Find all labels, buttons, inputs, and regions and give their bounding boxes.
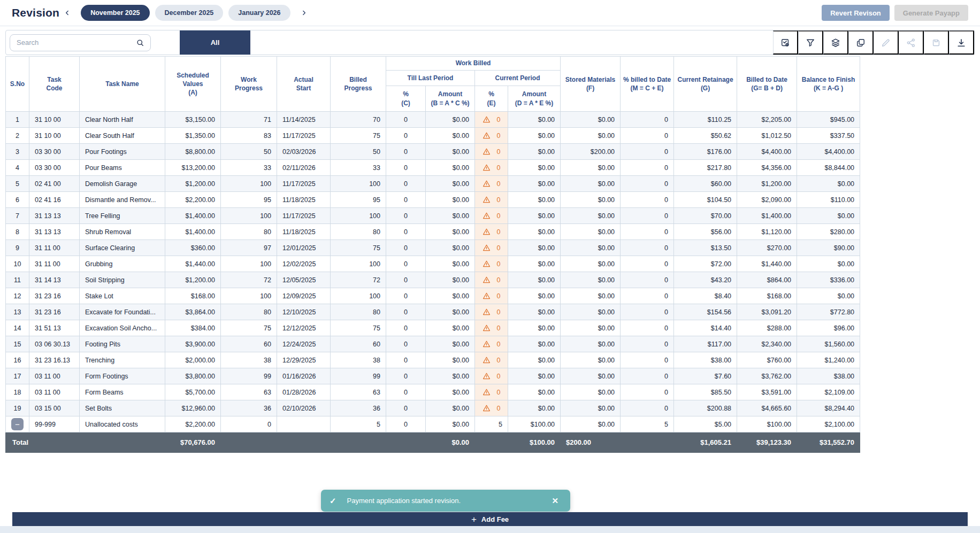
- cell-actual-start[interactable]: [277, 416, 331, 432]
- cell-stored-materials[interactable]: $0.00: [561, 352, 621, 368]
- cell-billed-progress[interactable]: 100: [331, 176, 386, 192]
- cell-sno[interactable]: 19: [6, 400, 29, 416]
- cell-pct-c[interactable]: 0: [386, 416, 426, 432]
- download-icon[interactable]: [949, 30, 974, 55]
- cell-billed-to-date[interactable]: $1,440.00: [737, 256, 797, 272]
- cell-pct-billed-to-date[interactable]: 0: [621, 224, 674, 240]
- cell-balance-to-finish[interactable]: $4,400.00: [797, 144, 860, 160]
- cell-sno[interactable]: 16: [6, 352, 29, 368]
- cell-stored-materials[interactable]: $0.00: [561, 416, 621, 432]
- cell-actual-start[interactable]: 11/17/2025: [277, 176, 331, 192]
- cell-billed-progress[interactable]: 75: [331, 128, 386, 144]
- cell-pct-e[interactable]: 0: [475, 160, 508, 176]
- cell-billed-to-date[interactable]: $3,591.00: [737, 384, 797, 400]
- cell-pct-e[interactable]: 0: [475, 288, 508, 304]
- cell-task-name[interactable]: Footing Pits: [80, 336, 165, 352]
- cell-billed-progress[interactable]: 5: [331, 416, 386, 432]
- cell-task-code[interactable]: 02 41 16: [29, 192, 80, 208]
- cell-task-code[interactable]: 03 30 00: [29, 144, 80, 160]
- cell-billed-to-date[interactable]: $100.00: [737, 416, 797, 432]
- cell-current-retainage[interactable]: $43.20: [674, 272, 737, 288]
- cell-sno[interactable]: 14: [6, 320, 29, 336]
- cell-stored-materials[interactable]: $0.00: [561, 368, 621, 384]
- cell-pct-c[interactable]: 0: [386, 192, 426, 208]
- cell-pct-e[interactable]: 0: [475, 400, 508, 416]
- cell-balance-to-finish[interactable]: $8,844.00: [797, 160, 860, 176]
- cell-sno[interactable]: 1: [6, 112, 29, 128]
- cell-pct-c[interactable]: 0: [386, 224, 426, 240]
- cell-task-name[interactable]: Clear South Half: [80, 128, 165, 144]
- cell-pct-billed-to-date[interactable]: 5: [621, 416, 674, 432]
- cell-billed-to-date[interactable]: $3,762.00: [737, 368, 797, 384]
- cell-pct-e[interactable]: 0: [475, 272, 508, 288]
- cell-stored-materials[interactable]: $0.00: [561, 336, 621, 352]
- cell-current-retainage[interactable]: $8.40: [674, 288, 737, 304]
- cell-billed-to-date[interactable]: $2,340.00: [737, 336, 797, 352]
- cell-pct-c[interactable]: 0: [386, 144, 426, 160]
- cell-scheduled[interactable]: $5,700.00: [165, 384, 221, 400]
- cell-amount-b[interactable]: $0.00: [426, 240, 475, 256]
- cell-amount-d[interactable]: $0.00: [508, 160, 561, 176]
- cell-task-code[interactable]: 02 41 00: [29, 176, 80, 192]
- cell-task-name[interactable]: Unallocated costs: [80, 416, 165, 432]
- cell-pct-e[interactable]: 0: [475, 352, 508, 368]
- cell-billed-progress[interactable]: 36: [331, 400, 386, 416]
- cell-current-retainage[interactable]: $60.00: [674, 176, 737, 192]
- cell-pct-billed-to-date[interactable]: 0: [621, 320, 674, 336]
- cell-task-name[interactable]: Soil Stripping: [80, 272, 165, 288]
- cell-pct-e[interactable]: 0: [475, 192, 508, 208]
- cell-sno[interactable]: 4: [6, 160, 29, 176]
- cell-current-retainage[interactable]: $85.50: [674, 384, 737, 400]
- cell-pct-billed-to-date[interactable]: 0: [621, 112, 674, 128]
- cell-work-progress[interactable]: 100: [221, 208, 277, 224]
- cell-work-progress[interactable]: 50: [221, 144, 277, 160]
- cell-stored-materials[interactable]: $0.00: [561, 400, 621, 416]
- cell-work-progress[interactable]: 95: [221, 192, 277, 208]
- cell-actual-start[interactable]: 12/24/2025: [277, 336, 331, 352]
- cell-pct-c[interactable]: 0: [386, 272, 426, 288]
- cell-pct-c[interactable]: 0: [386, 384, 426, 400]
- cell-task-name[interactable]: Tree Felling: [80, 208, 165, 224]
- cell-task-code[interactable]: 31 11 00: [29, 240, 80, 256]
- cell-sno[interactable]: 6: [6, 192, 29, 208]
- cell-amount-b[interactable]: $0.00: [426, 224, 475, 240]
- cell-pct-c[interactable]: 0: [386, 368, 426, 384]
- cell-pct-c[interactable]: 0: [386, 240, 426, 256]
- cell-stored-materials[interactable]: $0.00: [561, 240, 621, 256]
- cell-billed-to-date[interactable]: $4,400.00: [737, 144, 797, 160]
- cell-current-retainage[interactable]: $70.00: [674, 208, 737, 224]
- cell-pct-e[interactable]: 0: [475, 240, 508, 256]
- cell-amount-b[interactable]: $0.00: [426, 256, 475, 272]
- cell-pct-c[interactable]: 0: [386, 160, 426, 176]
- cell-task-name[interactable]: Clear North Half: [80, 112, 165, 128]
- cell-billed-to-date[interactable]: $168.00: [737, 288, 797, 304]
- cell-task-code[interactable]: 31 14 13: [29, 272, 80, 288]
- cell-stored-materials[interactable]: $0.00: [561, 176, 621, 192]
- cell-sno[interactable]: 11: [6, 272, 29, 288]
- cell-stored-materials[interactable]: $0.00: [561, 256, 621, 272]
- search-icon[interactable]: [135, 38, 145, 48]
- cell-pct-billed-to-date[interactable]: 0: [621, 208, 674, 224]
- cell-work-progress[interactable]: 38: [221, 352, 277, 368]
- cell-billed-to-date[interactable]: $1,120.00: [737, 224, 797, 240]
- cell-task-code[interactable]: 31 23 16: [29, 288, 80, 304]
- cell-work-progress[interactable]: 0: [221, 416, 277, 432]
- cell-balance-to-finish[interactable]: $337.50: [797, 128, 860, 144]
- cell-balance-to-finish[interactable]: $8,294.40: [797, 400, 860, 416]
- cell-task-name[interactable]: Form Footings: [80, 368, 165, 384]
- cell-amount-d[interactable]: $100.00: [508, 416, 561, 432]
- cell-pct-billed-to-date[interactable]: 0: [621, 352, 674, 368]
- cell-pct-e[interactable]: 0: [475, 176, 508, 192]
- cell-scheduled[interactable]: $1,400.00: [165, 224, 221, 240]
- cell-scheduled[interactable]: $13,200.00: [165, 160, 221, 176]
- cell-amount-b[interactable]: $0.00: [426, 368, 475, 384]
- cell-pct-c[interactable]: 0: [386, 288, 426, 304]
- cell-actual-start[interactable]: 12/29/2025: [277, 352, 331, 368]
- cell-work-progress[interactable]: 100: [221, 288, 277, 304]
- cell-task-name[interactable]: Trenching: [80, 352, 165, 368]
- cell-billed-progress[interactable]: 75: [331, 240, 386, 256]
- cell-actual-start[interactable]: 12/05/2025: [277, 272, 331, 288]
- cell-amount-d[interactable]: $0.00: [508, 384, 561, 400]
- filter-tab-all[interactable]: All: [180, 30, 250, 55]
- cell-current-retainage[interactable]: $13.50: [674, 240, 737, 256]
